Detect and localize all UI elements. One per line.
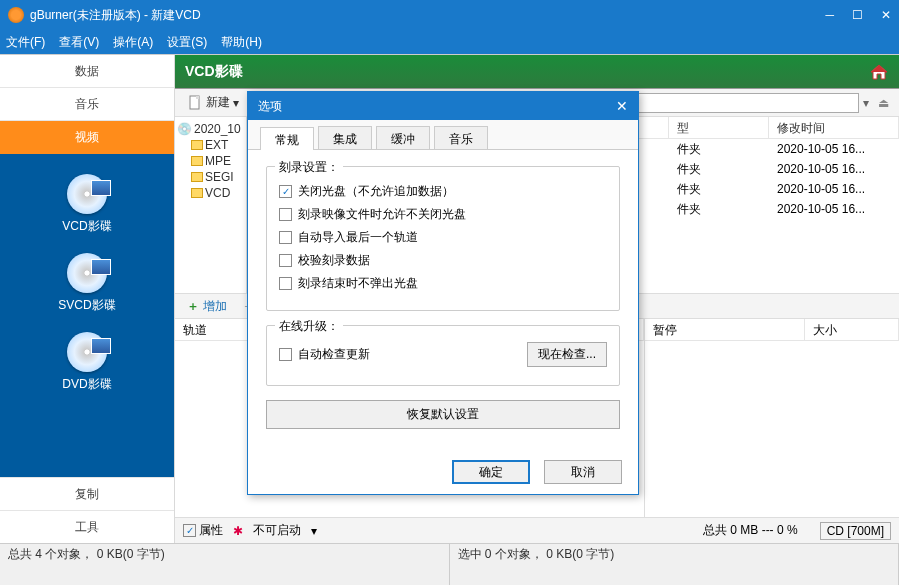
chevron-down-icon[interactable]: ▾ <box>863 96 869 110</box>
svg-marker-1 <box>871 65 887 72</box>
close-button[interactable]: ✕ <box>881 8 891 22</box>
update-group: 在线升级： 自动检查更新 现在检查... <box>266 325 620 386</box>
dialog-title: 选项 <box>258 98 616 115</box>
left-tab-copy[interactable]: 复制 <box>0 477 174 510</box>
dialog-titlebar: 选项 ✕ <box>248 92 638 120</box>
titlebar: gBurner(未注册版本) - 新建VCD ─ ☐ ✕ <box>0 0 899 30</box>
left-tab-tool[interactable]: 工具 <box>0 510 174 543</box>
left-tab-music[interactable]: 音乐 <box>0 88 174 121</box>
disc-item-vcd[interactable]: VCD影碟 <box>0 174 174 235</box>
checkbox-icon[interactable]: ✓ <box>279 185 292 198</box>
disc-icon <box>67 332 107 372</box>
new-button[interactable]: 新建 ▾ <box>181 92 245 113</box>
col-pause[interactable]: 暂停 <box>645 319 805 340</box>
total-label: 总共 0 MB --- 0 % <box>703 522 798 539</box>
folder-icon <box>191 140 203 150</box>
tree-item[interactable]: SEGI <box>177 169 244 185</box>
tree-root[interactable]: 💿 2020_10 <box>177 121 244 137</box>
left-tab-video[interactable]: 视频 <box>0 121 174 154</box>
burn-settings-group: 刻录设置： ✓关闭光盘（不允许追加数据） 刻录映像文件时允许不关闭光盘 自动导入… <box>266 166 620 311</box>
chevron-down-icon[interactable]: ▾ <box>311 524 317 538</box>
check-now-button[interactable]: 现在检查... <box>527 342 607 367</box>
options-dialog: 选项 ✕ 常规 集成 缓冲 音乐 刻录设置： ✓关闭光盘（不允许追加数据） 刻录… <box>247 91 639 495</box>
tab-buffer[interactable]: 缓冲 <box>376 126 430 149</box>
disc-icon <box>67 253 107 293</box>
checkbox-icon[interactable] <box>279 208 292 221</box>
svg-rect-3 <box>196 96 199 99</box>
eject-icon[interactable]: ⏏ <box>873 96 893 110</box>
folder-icon <box>191 156 203 166</box>
opt-no-eject[interactable]: 刻录结束时不弹出光盘 <box>279 275 607 292</box>
folder-tree: 💿 2020_10 EXT MPE SEGI VCD <box>175 117 247 293</box>
banner-title: VCD影碟 <box>185 63 243 81</box>
noboot-label[interactable]: 不可启动 <box>253 522 301 539</box>
ok-button[interactable]: 确定 <box>452 460 530 484</box>
maximize-button[interactable]: ☐ <box>852 8 863 22</box>
minimize-button[interactable]: ─ <box>825 8 834 22</box>
restore-defaults-button[interactable]: 恢复默认设置 <box>266 400 620 429</box>
home-icon[interactable] <box>869 62 889 82</box>
tab-general[interactable]: 常规 <box>260 127 314 150</box>
menubar: 文件(F) 查看(V) 操作(A) 设置(S) 帮助(H) <box>0 30 899 54</box>
tree-item[interactable]: MPE <box>177 153 244 169</box>
opt-auto-update[interactable]: 自动检查更新 现在检查... <box>279 342 607 367</box>
add-button[interactable]: ＋增加 <box>181 296 233 317</box>
right-pane: VCD影碟 新建 ▾ ▾ ⏏ 💿 2020_10 EXT <box>175 55 899 543</box>
plus-icon: ＋ <box>187 298 199 315</box>
col-size[interactable]: 大小 <box>805 319 899 340</box>
checkbox-icon[interactable] <box>279 231 292 244</box>
opt-auto-import[interactable]: 自动导入最后一个轨道 <box>279 229 607 246</box>
bottom-toolbar: ✓属性 ✱ 不可启动 ▾ 总共 0 MB --- 0 % CD [700M] <box>175 517 899 543</box>
dialog-close-icon[interactable]: ✕ <box>616 98 628 114</box>
menu-settings[interactable]: 设置(S) <box>167 34 207 51</box>
menu-view[interactable]: 查看(V) <box>59 34 99 51</box>
menu-file[interactable]: 文件(F) <box>6 34 45 51</box>
cancel-button[interactable]: 取消 <box>544 460 622 484</box>
left-pane: 数据 音乐 视频 VCD影碟 SVCD影碟 DVD影碟 复制 工具 <box>0 55 175 543</box>
disc-list: VCD影碟 SVCD影碟 DVD影碟 <box>0 154 174 477</box>
checkbox-icon[interactable] <box>279 277 292 290</box>
dialog-tabs: 常规 集成 缓冲 音乐 <box>248 120 638 150</box>
folder-icon <box>191 188 203 198</box>
statusbar: 总共 4 个对象， 0 KB(0 字节) 选中 0 个对象， 0 KB(0 字节… <box>0 543 899 585</box>
menu-help[interactable]: 帮助(H) <box>221 34 262 51</box>
status-total: 总共 4 个对象， 0 KB(0 字节) <box>0 544 450 585</box>
disc-icon <box>67 174 107 214</box>
tree-item[interactable]: VCD <box>177 185 244 201</box>
props-checkbox[interactable]: ✓属性 <box>183 522 223 539</box>
chevron-down-icon: ▾ <box>233 96 239 110</box>
opt-close-disc[interactable]: ✓关闭光盘（不允许追加数据） <box>279 183 607 200</box>
banner: VCD影碟 <box>175 55 899 89</box>
noboot-icon: ✱ <box>233 524 243 538</box>
window-title: gBurner(未注册版本) - 新建VCD <box>30 7 825 24</box>
opt-allow-open[interactable]: 刻录映像文件时允许不关闭光盘 <box>279 206 607 223</box>
status-selected: 选中 0 个对象， 0 KB(0 字节) <box>450 544 900 585</box>
app-icon <box>8 7 24 23</box>
left-tab-data[interactable]: 数据 <box>0 55 174 88</box>
tree-item[interactable]: EXT <box>177 137 244 153</box>
disc-item-svcd[interactable]: SVCD影碟 <box>0 253 174 314</box>
tab-music[interactable]: 音乐 <box>434 126 488 149</box>
checkbox-icon[interactable] <box>279 254 292 267</box>
disc-item-dvd[interactable]: DVD影碟 <box>0 332 174 393</box>
col-modified[interactable]: 修改时间 <box>769 117 899 138</box>
disc-small-icon: 💿 <box>177 122 192 136</box>
tab-integration[interactable]: 集成 <box>318 126 372 149</box>
checkbox-icon[interactable] <box>279 348 292 361</box>
disc-capacity[interactable]: CD [700M] <box>820 522 891 540</box>
menu-action[interactable]: 操作(A) <box>113 34 153 51</box>
folder-icon <box>191 172 203 182</box>
opt-verify[interactable]: 校验刻录数据 <box>279 252 607 269</box>
col-type[interactable]: 型 <box>669 117 769 138</box>
